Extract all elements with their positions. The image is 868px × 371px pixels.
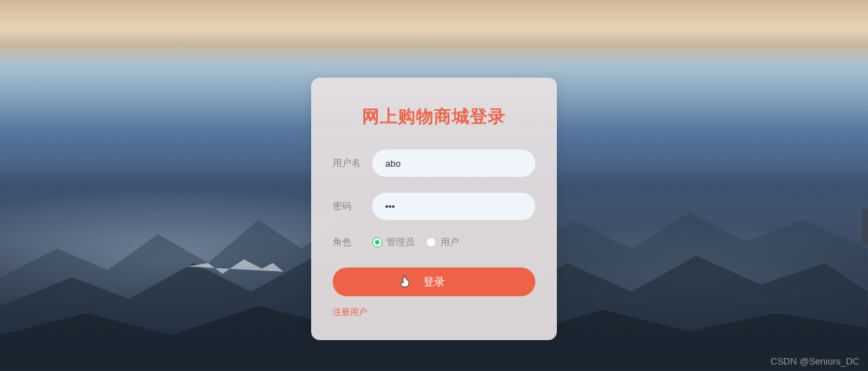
role-radio-user[interactable]: 用户 (426, 236, 459, 249)
cursor-pointer-icon (400, 275, 411, 289)
role-row: 角色 管理员 用户 (333, 236, 535, 249)
role-user-label: 用户 (440, 236, 459, 249)
register-link[interactable]: 注册用户 (333, 306, 367, 319)
role-admin-label: 管理员 (387, 236, 415, 249)
scrollbar[interactable] (862, 209, 868, 244)
role-radio-group: 管理员 用户 (372, 236, 459, 249)
username-label: 用户名 (333, 157, 372, 170)
login-button-label: 登录 (423, 275, 445, 289)
login-button[interactable]: 登录 (333, 267, 535, 296)
radio-circle-icon (372, 237, 382, 247)
role-label: 角色 (333, 236, 372, 249)
username-row: 用户名 (333, 150, 535, 177)
username-input[interactable] (372, 150, 535, 177)
login-title: 网上购物商城登录 (333, 105, 535, 128)
role-radio-admin[interactable]: 管理员 (372, 236, 415, 249)
login-card: 网上购物商城登录 用户名 密码 角色 管理员 用户 登录 (311, 78, 557, 340)
radio-circle-icon (426, 237, 436, 247)
password-input[interactable] (372, 193, 535, 220)
password-label: 密码 (333, 200, 372, 213)
radio-dot-icon (375, 240, 379, 244)
watermark: CSDN @Seniors_DC (770, 356, 859, 367)
password-row: 密码 (333, 193, 535, 220)
